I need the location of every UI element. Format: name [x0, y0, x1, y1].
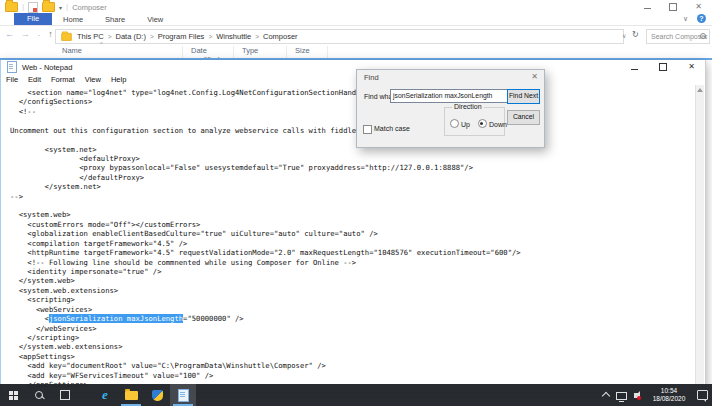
taskbar-app-button[interactable] — [144, 384, 170, 406]
code-line-9: </defaultProxy> — [10, 173, 696, 182]
ribbon-collapse-icon[interactable]: ∨ — [683, 15, 688, 23]
code-line-23: <webServices> — [10, 305, 696, 314]
find-dialog-title: Find — [364, 73, 379, 82]
new-folder-icon[interactable] — [42, 2, 55, 12]
qat-dropdown-icon[interactable]: ▾ — [59, 4, 62, 11]
code-line-19: <identity impersonate="true" /> — [10, 267, 696, 276]
menu-item-2[interactable]: Format — [51, 75, 75, 84]
clock-time: 10:54 — [648, 387, 690, 395]
code-line-25: </webServices> — [10, 324, 696, 333]
column-header-2[interactable]: Type — [234, 46, 287, 58]
code-line-27: </system.web.extensions> — [10, 342, 696, 351]
volume-muted-icon[interactable] — [634, 393, 638, 398]
minimize-icon[interactable] — [644, 8, 651, 9]
code-line-29: <add key="documentRoot" value="C:\Progra… — [10, 361, 696, 370]
ribbon-tab-1[interactable]: Share — [94, 15, 136, 24]
address-dropdown-icon[interactable]: ∨ — [622, 32, 626, 39]
minimize-icon[interactable] — [631, 69, 638, 70]
scroll-up-icon[interactable] — [697, 88, 703, 92]
close-icon[interactable]: ✕ — [695, 3, 702, 11]
menu-item-3[interactable]: View — [85, 75, 101, 84]
notepad-window: Web - Notepad ✕ FileEditFormatViewHelp <… — [0, 60, 706, 392]
explorer-window-title: Composer — [72, 3, 107, 12]
taskbar-explorer-button[interactable] — [118, 384, 144, 406]
code-line-0: <section name="log4net" type="log4net.Co… — [10, 88, 696, 97]
tray-expand-icon[interactable] — [602, 392, 610, 400]
menu-item-0[interactable]: File — [6, 75, 18, 84]
close-icon[interactable]: ✕ — [531, 72, 538, 81]
clock[interactable]: 10:54 18/08/2020 — [648, 387, 690, 403]
taskbar-notepad-button[interactable] — [170, 384, 196, 406]
divider: | — [66, 3, 68, 11]
maximize-icon[interactable] — [669, 3, 677, 11]
code-line-5 — [10, 135, 696, 144]
start-button[interactable] — [0, 384, 26, 406]
forward-icon[interactable]: → — [21, 29, 30, 39]
column-header-1[interactable]: Date modified — [183, 46, 234, 58]
radio-up[interactable]: Up — [450, 119, 470, 128]
column-header-3[interactable]: Size — [287, 46, 328, 58]
recent-locations-icon[interactable]: ⌄ — [37, 31, 41, 37]
notepad-icon — [178, 389, 189, 402]
code-line-24: <jsonSerialization maxJsonLength="500000… — [10, 314, 696, 323]
code-line-2: <!-- — [10, 107, 696, 116]
code-line-30: <add key="WFServicesTimeout" value="100"… — [10, 371, 696, 380]
menu-item-1[interactable]: Edit — [28, 75, 41, 84]
back-icon[interactable]: ← — [5, 29, 14, 39]
properties-icon[interactable] — [28, 2, 38, 13]
breadcrumb-item-2[interactable]: Program Files — [158, 32, 205, 41]
code-line-15: <globalization enableClientBasedCulture=… — [10, 229, 696, 238]
taskbar-ie-button[interactable]: e — [92, 384, 118, 406]
radio-up-icon[interactable] — [450, 119, 459, 128]
nav-buttons: ← → ⌄ ↑ — [5, 29, 53, 39]
up-icon[interactable]: ↑ — [48, 29, 53, 39]
task-view-icon — [60, 390, 70, 400]
action-center-icon[interactable] — [697, 390, 708, 400]
ribbon-tab-2[interactable]: View — [136, 15, 174, 24]
search-icon — [35, 391, 43, 399]
ribbon-tabs: HomeShareView — [52, 15, 174, 24]
search-match-highlight: jsonSerialization maxJsonLength — [49, 314, 183, 323]
close-icon[interactable]: ✕ — [688, 63, 695, 71]
explorer-titlebar: | ▾ | Composer ✕ — [0, 0, 712, 13]
menu-item-4[interactable]: Help — [111, 75, 126, 84]
breadcrumb-item-0[interactable]: This PC — [77, 32, 104, 41]
breadcrumb-item-1[interactable]: Data (D:) — [115, 32, 145, 41]
task-view-button[interactable] — [52, 384, 78, 406]
taskbar-search-button[interactable] — [26, 384, 52, 406]
search-icon[interactable] — [700, 33, 706, 39]
radio-down-icon[interactable] — [478, 119, 487, 128]
refresh-icon[interactable]: ↻ — [632, 30, 639, 39]
address-bar[interactable]: This PC>Data (D:)>Program Files>Winshutt… — [55, 29, 624, 44]
find-next-button[interactable]: Find Next — [507, 89, 540, 104]
notepad-text[interactable]: <section name="log4net" type="log4net.Co… — [2, 85, 696, 392]
code-line-12 — [10, 201, 696, 210]
shield-app-icon — [152, 390, 163, 401]
tab-file[interactable]: File — [14, 13, 52, 25]
cancel-button[interactable]: Cancel — [507, 110, 540, 125]
code-line-8: <proxy bypassonlocal="False" usesystemde… — [10, 163, 696, 172]
radio-down[interactable]: Down — [478, 119, 507, 128]
column-header-0[interactable]: Name — [54, 46, 183, 58]
notepad-scrollbar[interactable] — [695, 85, 704, 391]
network-icon[interactable] — [616, 392, 627, 400]
match-case-label: Match case — [374, 125, 410, 132]
ribbon-tab-0[interactable]: Home — [52, 15, 94, 24]
code-line-21: <system.web.extensions> — [10, 286, 696, 295]
column-headers: NameDate modifiedTypeSize — [54, 46, 328, 58]
clock-date: 18/08/2020 — [648, 395, 690, 403]
code-line-18: <!-- Following line should be commnented… — [10, 258, 696, 267]
code-line-20: </system.web> — [10, 276, 696, 285]
code-line-22: <scripting> — [10, 295, 696, 304]
match-case-checkbox[interactable] — [363, 125, 372, 134]
radio-down-label: Down — [489, 121, 507, 128]
help-icon[interactable]: ? — [697, 14, 706, 23]
windows-logo-icon — [9, 391, 18, 400]
breadcrumb-item-4[interactable]: Composer — [263, 32, 298, 41]
divider: | — [22, 3, 24, 11]
breadcrumb: This PC>Data (D:)>Program Files>Winshutt… — [77, 32, 298, 41]
code-line-4: Uncomment out this configuration section… — [10, 126, 696, 135]
find-what-input[interactable]: jsonSerialization maxJsonLength — [390, 89, 508, 103]
maximize-icon[interactable] — [659, 63, 667, 71]
breadcrumb-item-3[interactable]: Winshuttle — [216, 32, 251, 41]
